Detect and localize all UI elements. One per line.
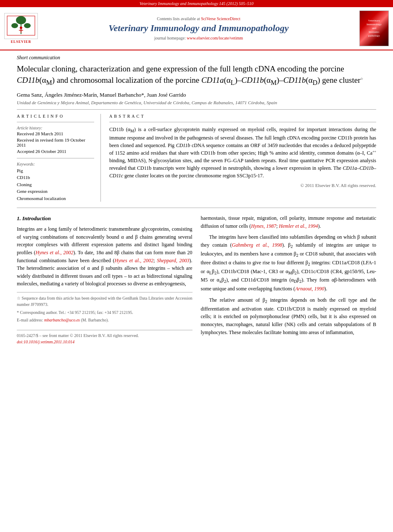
ref-arnaout1990[interactable]: Arnaout, 1990	[295, 286, 324, 292]
abstract-text: CD11b (αM) is a cell-surface glycoprotei…	[109, 126, 376, 179]
history-label: Article history:	[17, 126, 94, 130]
ref-hynes1987[interactable]: Hynes, 1987	[251, 223, 276, 229]
issn-line: 0165-2427/$ – see front matter © 2011 El…	[17, 332, 193, 339]
elsevier-logo: ELSEVIER	[4, 13, 38, 44]
footnote-star: ☆ Sequence data from this article has be…	[17, 295, 193, 308]
revised-date: Received in revised form 19 October 2011	[17, 137, 94, 147]
keyword-chromosomal: Chromosomal localization	[17, 195, 94, 202]
body-col-right: haemostasis, tissue repair, migration, c…	[201, 214, 377, 345]
ref-hynes2002b[interactable]: Hynes et al., 2002	[115, 258, 153, 263]
svg-point-3	[11, 23, 18, 28]
title-cd11a: CD11a	[201, 76, 224, 84]
sciverse-link: Contents lists available at SciVerse Sci…	[42, 16, 355, 21]
journal-cover-image: VeterinaryImmunologyandImmuno-pathology	[359, 11, 389, 46]
content-area: Short communication Molecular cloning, c…	[0, 50, 393, 354]
ref-sheppard2003[interactable]: Sheppard, 2003	[157, 258, 189, 263]
article-type-label: Short communication	[17, 55, 376, 61]
journal-title-display: Veterinary Immunology and Immunopatholog…	[42, 23, 355, 34]
bottom-bar: 0165-2427/$ – see front matter © 2011 El…	[17, 330, 193, 345]
thumb-text: VeterinaryImmunologyandImmuno-pathology	[366, 18, 382, 39]
journal-citation-bar: Veterinary Immunology and Immunopatholog…	[0, 0, 393, 7]
journal-center: Contents lists available at SciVerse Sci…	[38, 16, 359, 40]
title-cd11b: CD11b	[17, 76, 39, 84]
abstract-panel: A B S T R A C T CD11b (αM) is a cell-sur…	[109, 114, 376, 202]
ref-gahmberg1998[interactable]: Gahmberg et al., 1998	[232, 242, 282, 248]
footnote-area: ☆ Sequence data from this article has be…	[17, 292, 193, 324]
title-cd11b2: CD11b	[241, 76, 264, 84]
divider-ai2	[17, 158, 94, 158]
section1-heading: 1. Introduction	[17, 214, 193, 223]
body-para-2-right: The integrins have been classified into …	[201, 233, 377, 293]
ref-hemler1994[interactable]: Hemler et al., 1994	[279, 223, 318, 229]
journal-homepage: journal homepage: www.elsevier.com/locat…	[42, 36, 355, 40]
footnote-email: E-mail address: mbarbancho@uco.es (M. Ba…	[17, 317, 193, 324]
article-info-panel: A R T I C L E I N F O Article history: R…	[17, 114, 101, 202]
keywords-label: Keywords:	[17, 162, 94, 166]
ref-hynes2002[interactable]: Hynes et al., 2002	[36, 250, 74, 255]
article-info-abstract-row: A R T I C L E I N F O Article history: R…	[17, 114, 376, 202]
article-title: Molecular cloning, characterization and …	[17, 63, 376, 87]
footnote-corresponding: * Corresponding author. Tel.: +34 957 21…	[17, 309, 193, 316]
article-info-label: A R T I C L E I N F O	[17, 114, 94, 119]
title-cd11b3: CD11b	[283, 76, 306, 84]
keyword-cd11b: CD11b	[17, 174, 94, 181]
journal-header: ELSEVIER Contents lists available at Sci…	[0, 7, 393, 50]
svg-point-2	[16, 16, 26, 24]
copyright-notice: © 2011 Elsevier B.V. All rights reserved…	[109, 183, 376, 188]
affiliation: Unidad de Genómica y Mejora Animal, Depa…	[17, 100, 376, 105]
keyword-gene-expression: Gene expression	[17, 188, 94, 195]
elsevier-logo-box	[4, 13, 38, 39]
keyword-cloning: Cloning	[17, 181, 94, 188]
journal-citation-text: Veterinary Immunology and Immunopatholog…	[140, 1, 253, 6]
journal-homepage-link[interactable]: www.elsevier.com/locate/vetimm	[187, 36, 243, 40]
body-para-1-left: Integrins are a long family of heterodim…	[17, 225, 193, 288]
body-para-1-right: haemostasis, tissue repair, migration, c…	[201, 214, 377, 230]
svg-point-4	[24, 23, 31, 28]
body-section: 1. Introduction Integrins are a long fam…	[17, 214, 376, 345]
journal-thumb: VeterinaryImmunologyandImmuno-pathology	[359, 11, 389, 46]
elsevier-text: ELSEVIER	[4, 40, 38, 44]
divider-abs	[109, 122, 376, 122]
title-star: ☆	[360, 76, 363, 80]
body-para-3-right: The relative amount of β2 integrins depe…	[201, 296, 377, 336]
doi-line: doi:10.1016/j.vetimm.2011.10.014	[17, 339, 193, 345]
accepted-date: Accepted 26 October 2011	[17, 149, 94, 154]
body-col-left: 1. Introduction Integrins are a long fam…	[17, 214, 193, 345]
divider-ai	[17, 122, 94, 122]
doi-link[interactable]: doi:10.1016/j.vetimm.2011.10.014	[17, 340, 74, 344]
keyword-pig: Pig	[17, 167, 94, 174]
svg-point-5	[20, 26, 22, 29]
abstract-label: A B S T R A C T	[109, 114, 376, 119]
body-two-col: 1. Introduction Integrins are a long fam…	[17, 214, 376, 345]
divider-1	[17, 109, 376, 110]
sciverse-anchor[interactable]: SciVerse ScienceDirect	[201, 16, 240, 21]
footnote-email-link[interactable]: mbarbancho@uco.es	[44, 318, 80, 322]
received-date: Received 28 March 2011	[17, 131, 94, 136]
divider-body	[17, 208, 376, 208]
elsevier-logo-svg	[6, 15, 36, 36]
authors: Gema Sanz, Ángeles Jiménez-Marín, Manuel…	[17, 92, 376, 98]
